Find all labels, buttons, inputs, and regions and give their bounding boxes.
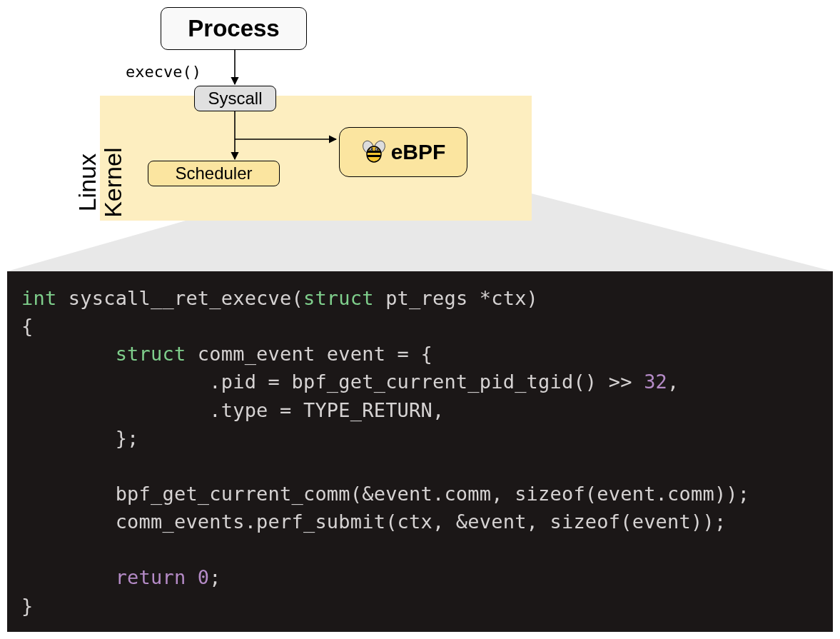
- svg-rect-4: [367, 151, 381, 153]
- code-panel: int syscall__ret_execve(struct pt_regs *…: [7, 271, 833, 632]
- svg-point-3: [367, 146, 381, 162]
- svg-rect-5: [368, 155, 380, 157]
- scheduler-label: Scheduler: [175, 163, 252, 183]
- code-bracec: }: [21, 595, 33, 617]
- kernel-label: Linux Kernel: [75, 148, 126, 218]
- code-braceo: {: [21, 315, 33, 337]
- code-int: int: [21, 287, 56, 309]
- code-call1: bpf_get_current_comm(&event.comm, sizeof…: [116, 483, 750, 505]
- execve-label: execve(): [126, 63, 201, 81]
- ebpf-label: eBPF: [391, 140, 446, 164]
- process-label: Process: [188, 15, 279, 42]
- code-retsp: [186, 566, 197, 588]
- code-call2: comm_events.perf_submit(ctx, &event, siz…: [116, 510, 727, 533]
- svg-point-9: [376, 149, 378, 150]
- code-retsemi: ;: [209, 566, 221, 588]
- ebpf-box: eBPF: [339, 127, 467, 177]
- code-declrest: comm_event event = {: [186, 343, 432, 365]
- code-structclose: };: [116, 427, 139, 449]
- code-retnum: 0: [198, 566, 209, 588]
- svg-marker-0: [7, 177, 833, 271]
- code-pidpost: ,: [667, 371, 679, 393]
- kernel-label-line1: Linux: [74, 154, 101, 211]
- scheduler-box: Scheduler: [148, 161, 280, 186]
- code-sigrest: pt_regs *ctx): [374, 287, 538, 309]
- code-struct2: struct: [116, 343, 186, 365]
- bee-icon: [361, 140, 387, 164]
- code-struct1: struct: [303, 287, 374, 309]
- process-box: Process: [161, 7, 307, 50]
- code-pidpre: .pid = bpf_get_current_pid_tgid() >>: [209, 371, 644, 393]
- syscall-box: Syscall: [194, 86, 276, 111]
- code-typeline: .type = TYPE_RETURN,: [209, 399, 444, 421]
- syscall-label: Syscall: [208, 89, 262, 109]
- diagram-stage: Linux Kernel Process execve() Syscall Sc…: [0, 0, 840, 639]
- code-pidnum: 32: [644, 371, 667, 393]
- code-fn: syscall__ret_execve(: [56, 287, 303, 309]
- code-return: return: [116, 566, 186, 588]
- svg-point-8: [370, 149, 372, 150]
- kernel-label-line2: Kernel: [99, 148, 126, 218]
